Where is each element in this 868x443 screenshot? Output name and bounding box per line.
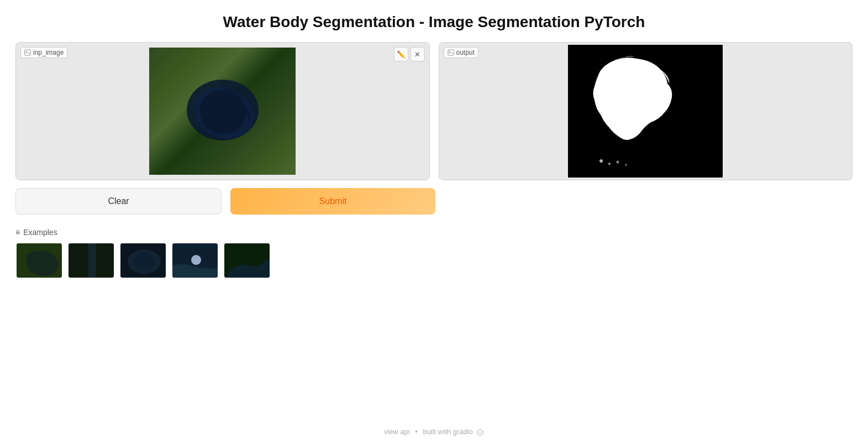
- output-panel: output: [439, 42, 853, 180]
- svg-point-7: [608, 163, 611, 165]
- output-image-container: [439, 43, 853, 180]
- svg-point-4: [449, 51, 450, 52]
- gradio-icon: [476, 429, 484, 436]
- footer: view api • built with gradio: [0, 428, 868, 436]
- output-image-icon: [448, 49, 454, 56]
- segmentation-image: [568, 45, 723, 178]
- svg-point-1: [26, 51, 27, 52]
- water-body-svg: [178, 69, 267, 152]
- example-image-3: [120, 243, 166, 278]
- view-api-link[interactable]: view api: [384, 428, 410, 436]
- examples-grid: [15, 242, 853, 279]
- input-image-container[interactable]: [16, 43, 429, 180]
- image-icon: [24, 49, 31, 56]
- output-panel-label: output: [444, 47, 478, 58]
- example-thumb-5[interactable]: [223, 242, 271, 279]
- page-title: Water Body Segmentation - Image Segmenta…: [0, 0, 868, 42]
- example-thumb-1[interactable]: [15, 242, 63, 279]
- example-image-5: [224, 243, 270, 278]
- examples-icon: ≡: [15, 228, 20, 237]
- svg-point-8: [617, 161, 619, 164]
- output-label-text: output: [456, 49, 475, 56]
- clear-image-button[interactable]: ✕: [411, 47, 425, 61]
- svg-rect-13: [88, 243, 96, 279]
- examples-section: ≡ Examples: [15, 228, 853, 279]
- example-thumb-2[interactable]: [67, 242, 115, 279]
- edit-button[interactable]: ✏️: [394, 47, 408, 61]
- svg-point-9: [625, 164, 627, 166]
- example-thumb-4[interactable]: [171, 242, 219, 279]
- svg-point-6: [599, 159, 603, 163]
- svg-rect-0: [25, 50, 31, 56]
- satellite-image: [149, 48, 296, 175]
- built-with-label: built with gradio: [423, 428, 472, 436]
- input-panel: inp_image ✏️ ✕: [15, 42, 430, 180]
- footer-separator: •: [415, 428, 418, 436]
- examples-label: ≡ Examples: [15, 228, 853, 237]
- input-panel-actions: ✏️ ✕: [394, 47, 425, 61]
- example-image-2: [69, 243, 114, 278]
- example-thumb-3[interactable]: [119, 242, 167, 279]
- svg-rect-11: [17, 243, 63, 279]
- clear-button[interactable]: Clear: [15, 188, 222, 215]
- example-image-1: [17, 243, 62, 278]
- example-image-4: [172, 243, 218, 278]
- input-label-text: inp_image: [33, 49, 64, 56]
- submit-button[interactable]: Submit: [230, 188, 435, 215]
- svg-rect-3: [448, 50, 454, 56]
- svg-point-18: [191, 255, 201, 265]
- svg-point-16: [133, 253, 155, 270]
- segmentation-svg: [568, 45, 723, 178]
- buttons-row: Clear Submit: [15, 188, 435, 215]
- input-panel-label: inp_image: [20, 47, 67, 58]
